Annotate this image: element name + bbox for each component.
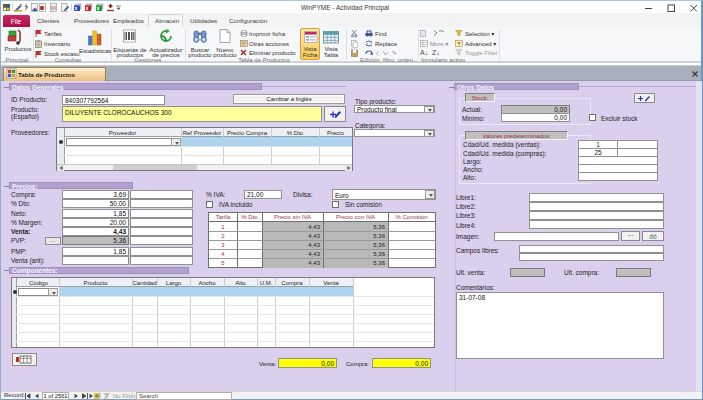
- svg-text:A↓: A↓: [420, 49, 428, 56]
- svg-text:Z↓: Z↓: [432, 49, 440, 56]
